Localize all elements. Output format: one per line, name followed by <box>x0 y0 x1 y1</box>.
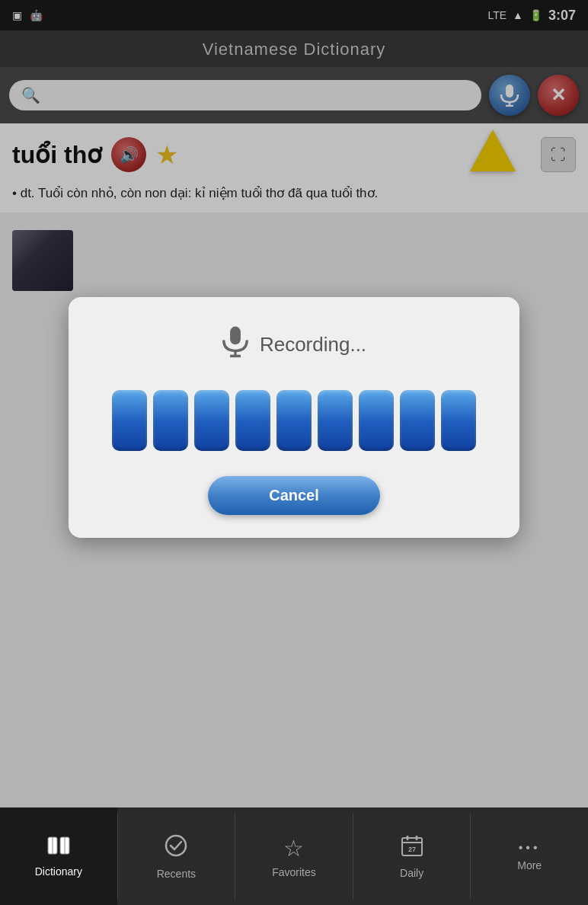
daily-icon: 27 <box>401 834 423 862</box>
nav-favorites-label: Favorites <box>272 866 316 878</box>
svg-rect-3 <box>230 327 241 345</box>
audio-bar-7 <box>359 390 394 451</box>
svg-text:27: 27 <box>408 846 416 853</box>
recording-mic-icon <box>222 325 249 365</box>
audio-bar-6 <box>318 390 353 451</box>
nav-dictionary-label: Dictionary <box>35 865 82 878</box>
recording-modal: Recording... Cancel <box>69 297 519 538</box>
audio-bar-8 <box>400 390 435 451</box>
audio-bar-4 <box>235 390 270 451</box>
nav-recents-label: Recents <box>157 868 196 880</box>
more-icon: ••• <box>519 841 541 855</box>
mic-modal-icon <box>222 325 249 358</box>
books-icon <box>46 836 71 855</box>
calendar-icon: 27 <box>401 834 423 857</box>
audio-bar-1 <box>112 390 147 451</box>
recents-icon <box>164 833 188 863</box>
audio-bars <box>112 386 476 455</box>
audio-bar-2 <box>153 390 188 451</box>
cancel-button[interactable]: Cancel <box>208 476 380 515</box>
bottom-nav: Dictionary Recents ☆ Favorites 27 Daily <box>0 807 588 905</box>
svg-point-10 <box>166 836 186 855</box>
recording-label: Recording... <box>260 333 366 357</box>
audio-bar-5 <box>276 390 312 451</box>
check-circle-icon <box>164 833 188 858</box>
nav-recents[interactable]: Recents <box>118 807 235 905</box>
nav-more[interactable]: ••• More <box>471 807 588 905</box>
nav-more-label: More <box>517 859 542 871</box>
nav-daily[interactable]: 27 Daily <box>353 807 471 905</box>
recording-header: Recording... <box>222 325 366 365</box>
favorites-icon: ☆ <box>283 835 304 862</box>
nav-dictionary[interactable]: Dictionary <box>0 807 117 905</box>
nav-daily-label: Daily <box>400 867 423 879</box>
nav-favorites[interactable]: ☆ Favorites <box>235 807 353 905</box>
audio-bar-3 <box>194 390 229 451</box>
dictionary-icon <box>46 836 71 861</box>
audio-bar-9 <box>441 390 476 451</box>
